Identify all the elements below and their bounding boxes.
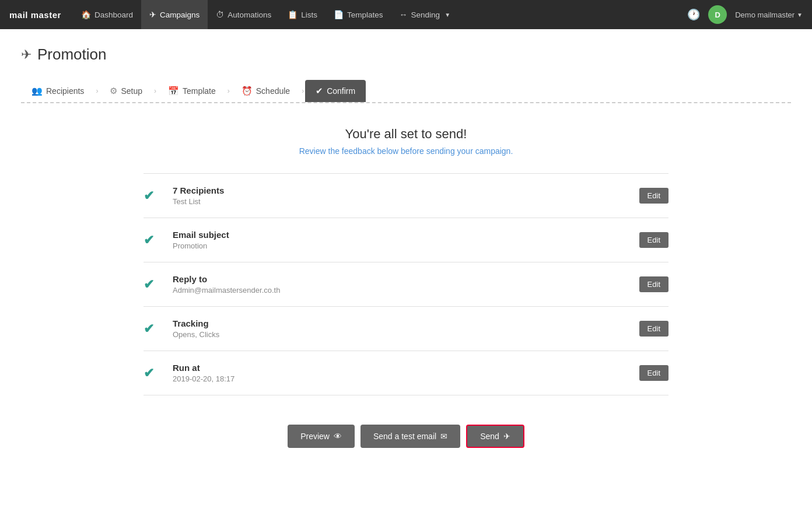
item-title-run-at: Run at	[173, 363, 639, 373]
avatar: D	[708, 5, 727, 24]
step-template-label: Template	[183, 86, 216, 96]
check-icon-email-subject: ✔	[144, 233, 161, 248]
item-subtitle-reply-to: Admin@mailmastersender.co.th	[173, 286, 639, 295]
check-icon-recipients: ✔	[144, 188, 161, 204]
nav-templates-label: Templates	[347, 10, 383, 19]
item-title-email-subject: Email subject	[173, 230, 639, 240]
nav-sending-label: Sending	[411, 10, 440, 19]
chevron-down-icon: ▼	[444, 12, 450, 18]
edit-button-run-at[interactable]: Edit	[639, 365, 668, 381]
templates-icon: 📄	[334, 10, 344, 19]
step-arrow-3: ›	[226, 87, 231, 95]
step-schedule[interactable]: ⏰ Schedule	[231, 80, 300, 102]
step-template[interactable]: 📅 Template	[158, 80, 226, 102]
step-schedule-label: Schedule	[256, 86, 290, 96]
nav-campaigns[interactable]: ✈ Campaigns	[141, 0, 208, 29]
step-confirm-label: Confirm	[327, 86, 355, 96]
nav-automations-label: Automations	[228, 10, 271, 19]
confirm-heading: You're all set to send!	[21, 127, 791, 142]
check-icon-run-at: ✔	[144, 366, 161, 381]
item-info-recipients: 7 Recipients Test List	[173, 185, 639, 206]
step-arrow-2: ›	[153, 87, 158, 95]
edit-button-email-subject[interactable]: Edit	[639, 232, 668, 248]
item-title-reply-to: Reply to	[173, 274, 639, 284]
item-info-email-subject: Email subject Promotion	[173, 230, 639, 250]
item-info-reply-to: Reply to Admin@mailmastersender.co.th	[173, 274, 639, 295]
campaigns-icon: ✈	[149, 10, 156, 19]
check-icon-reply-to: ✔	[144, 277, 161, 292]
confirm-item-email-subject: ✔ Email subject Promotion Edit	[144, 218, 668, 262]
step-setup[interactable]: ⚙ Setup	[99, 80, 153, 102]
confirm-step-icon: ✔	[316, 86, 323, 96]
page-container: ✈ Promotion 👥 Recipients › ⚙ Setup › 📅 T…	[0, 29, 812, 515]
step-setup-label: Setup	[121, 86, 142, 96]
item-info-run-at: Run at 2019-02-20, 18:17	[173, 363, 639, 383]
schedule-step-icon: ⏰	[242, 86, 253, 96]
edit-button-tracking[interactable]: Edit	[639, 321, 668, 337]
confirm-subheading: Review the feedback below before sending…	[21, 146, 791, 156]
sending-icon: ↔	[400, 10, 408, 19]
send-button[interactable]: Send ✈	[466, 425, 524, 448]
step-recipients-label: Recipients	[46, 86, 84, 96]
page-title-icon: ✈	[21, 47, 32, 62]
item-title-recipients: 7 Recipients	[173, 185, 639, 195]
test-email-button[interactable]: Send a test email ✉	[360, 425, 460, 448]
confirm-item-tracking: ✔ Tracking Opens, Clicks Edit	[144, 306, 668, 351]
edit-button-recipients[interactable]: Edit	[639, 188, 668, 204]
nav-templates[interactable]: 📄 Templates	[326, 0, 391, 29]
step-recipients[interactable]: 👥 Recipients	[21, 80, 94, 102]
user-menu[interactable]: Demo mailmaster ▼	[735, 10, 803, 19]
send-label: Send	[480, 432, 499, 441]
nav-lists[interactable]: 📋 Lists	[279, 0, 326, 29]
step-arrow-1: ›	[94, 87, 99, 95]
item-title-tracking: Tracking	[173, 318, 639, 328]
setup-step-icon: ⚙	[110, 86, 117, 96]
step-arrow-4: ›	[300, 87, 305, 95]
history-icon[interactable]: 🕐	[687, 8, 700, 21]
confirm-header: You're all set to send! Review the feedb…	[21, 121, 791, 156]
lists-icon: 📋	[288, 10, 298, 19]
confirm-item-run-at: ✔ Run at 2019-02-20, 18:17 Edit	[144, 351, 668, 395]
item-subtitle-tracking: Opens, Clicks	[173, 330, 639, 339]
item-subtitle-run-at: 2019-02-20, 18:17	[173, 374, 639, 383]
send-icon: ✈	[503, 432, 510, 441]
test-email-label: Send a test email	[373, 432, 436, 441]
nav-right: 🕐 D Demo mailmaster ▼	[687, 5, 803, 24]
step-confirm[interactable]: ✔ Confirm	[305, 80, 366, 102]
user-chevron-icon: ▼	[797, 12, 803, 18]
confirm-items: ✔ 7 Recipients Test List Edit ✔ Email su…	[144, 173, 668, 395]
confirm-item-recipients: ✔ 7 Recipients Test List Edit	[144, 173, 668, 218]
brand-logo: mail master	[9, 10, 61, 20]
envelope-icon: ✉	[440, 432, 447, 441]
steps-divider	[21, 102, 791, 103]
user-label: Demo mailmaster	[735, 10, 794, 19]
page-title: Promotion	[37, 45, 107, 64]
item-subtitle-email-subject: Promotion	[173, 241, 639, 250]
preview-icon: 👁	[334, 432, 342, 441]
item-info-tracking: Tracking Opens, Clicks	[173, 318, 639, 339]
item-subtitle-recipients: Test List	[173, 197, 639, 206]
nav-automations[interactable]: ⏱ Automations	[208, 0, 279, 29]
confirm-item-reply-to: ✔ Reply to Admin@mailmastersender.co.th …	[144, 262, 668, 306]
steps-bar: 👥 Recipients › ⚙ Setup › 📅 Template › ⏰ …	[21, 80, 791, 102]
nav-dashboard-label: Dashboard	[94, 10, 133, 19]
template-step-icon: 📅	[168, 86, 179, 96]
preview-button[interactable]: Preview 👁	[288, 425, 355, 448]
automations-icon: ⏱	[216, 10, 224, 19]
nav-campaigns-label: Campaigns	[160, 10, 200, 19]
page-title-area: ✈ Promotion	[21, 45, 791, 64]
check-icon-tracking: ✔	[144, 321, 161, 337]
nav-dashboard[interactable]: 🏠 Dashboard	[73, 0, 141, 29]
recipients-step-icon: 👥	[32, 86, 43, 96]
preview-label: Preview	[300, 432, 330, 441]
navbar: mail master 🏠 Dashboard ✈ Campaigns ⏱ Au…	[0, 0, 812, 29]
nav-sending[interactable]: ↔ Sending ▼	[391, 0, 459, 29]
footer-actions: Preview 👁 Send a test email ✉ Send ✈	[21, 425, 791, 448]
home-icon: 🏠	[81, 10, 91, 19]
edit-button-reply-to[interactable]: Edit	[639, 276, 668, 292]
nav-lists-label: Lists	[301, 10, 317, 19]
